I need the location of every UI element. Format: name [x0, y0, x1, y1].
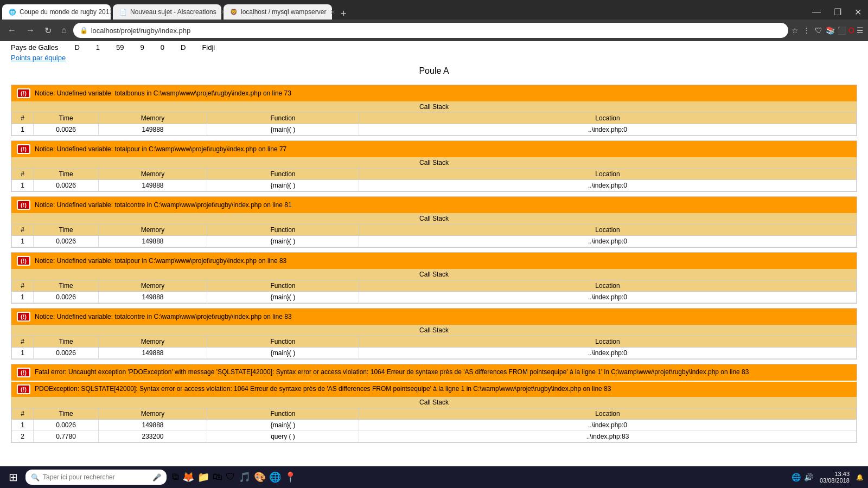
- error-header-1: (!) Notice: Undefined variable: totalbon…: [11, 85, 857, 101]
- task-view-icon[interactable]: ⧉: [172, 471, 179, 483]
- clock-time: 13:43: [820, 471, 850, 477]
- col-hash: #: [12, 169, 34, 180]
- reload-button[interactable]: ↻: [41, 24, 55, 37]
- bookmarks-button[interactable]: ☆: [792, 26, 799, 35]
- tab-bar: 🌐 Coupe du monde de rugby 2011 ✕ 📄 Nouve…: [0, 0, 868, 20]
- network-icon: 🌐: [792, 473, 801, 481]
- col-location: Location: [359, 224, 857, 236]
- clock: 13:43 03/08/2018: [820, 471, 850, 484]
- col-function: Function: [207, 336, 359, 348]
- row-time: 0.0026: [34, 420, 99, 431]
- address-box[interactable]: 🔒 localhost/projet/rugby/index.php: [73, 23, 788, 38]
- taskbar: ⊞ 🔍 🎤 ⧉ 🦊 📁 🛍 🛡 🎵 🎨 🌐 📍 🌐 🔊 13:43 03/08/…: [0, 466, 868, 488]
- col-memory: Memory: [99, 408, 207, 420]
- search-input[interactable]: [43, 473, 149, 481]
- col-memory: Memory: [99, 169, 207, 180]
- callstack-header-5: Call Stack: [11, 325, 857, 336]
- callstack-header-2: Call Stack: [11, 157, 857, 168]
- tab-close-3[interactable]: ✕: [330, 9, 335, 16]
- row-num: 2: [12, 431, 34, 442]
- new-tab-button[interactable]: +: [336, 8, 351, 20]
- col-location: Location: [359, 169, 857, 180]
- bookmarks-library[interactable]: 📚: [826, 26, 835, 35]
- n9-label: 9: [141, 43, 144, 52]
- clock-date: 03/08/2018: [820, 477, 850, 484]
- close-button[interactable]: ✕: [848, 4, 868, 20]
- table-row: 1 0.0026 149888 {main}( ) ..\index.php:0: [12, 180, 857, 191]
- table-row: 2 0.7780 233200 query ( ) ..\index.php:8…: [12, 431, 857, 442]
- col-memory: Memory: [99, 336, 207, 348]
- table-row: 1 0.0026 149888 {main}( ) ..\index.php:0: [12, 348, 857, 359]
- col-function: Function: [207, 280, 359, 292]
- notification-icon[interactable]: 🔔: [856, 474, 864, 481]
- d1-label: D: [74, 43, 79, 52]
- error-block-1: (!) Notice: Undefined variable: totalbon…: [11, 85, 857, 136]
- file-manager-icon[interactable]: 📁: [197, 471, 209, 483]
- row-memory: 149888: [99, 420, 207, 431]
- row-location: ..\index.php:0: [359, 180, 857, 191]
- row-num: 1: [12, 348, 34, 359]
- start-button[interactable]: ⊞: [4, 470, 22, 485]
- hamburger-menu[interactable]: ☰: [857, 26, 864, 35]
- minimize-button[interactable]: —: [806, 4, 827, 20]
- row-memory: 149888: [99, 348, 207, 359]
- tab-mysql[interactable]: 🦁 localhost / mysql wampserver ✕: [224, 4, 332, 20]
- tab-alsacreations[interactable]: 📄 Nouveau sujet - Alsacreations ✕: [113, 4, 221, 20]
- error-icon-1: (!): [17, 88, 30, 98]
- maps-icon[interactable]: 📍: [284, 471, 296, 483]
- shield-button[interactable]: 🛡: [815, 26, 822, 35]
- d2-label: D: [181, 43, 186, 52]
- fatal-icon-1: (!): [17, 368, 30, 377]
- home-button[interactable]: ⌂: [58, 24, 70, 36]
- search-icon: 🔍: [31, 473, 40, 481]
- table-row: 1 0.0026 149888 {main}( ) ..\index.php:0: [12, 420, 857, 431]
- fatal-main-msg: Fatal error: Uncaught exception 'PDOExce…: [35, 368, 749, 377]
- paint-icon[interactable]: 🎨: [254, 471, 266, 483]
- row-function: {main}( ): [207, 180, 359, 191]
- back-button[interactable]: ←: [4, 24, 20, 36]
- location-label: Fidji: [202, 43, 215, 52]
- menu-button[interactable]: ⋮: [803, 26, 810, 35]
- error-msg-4: Notice: Undefined variable: totalpour in…: [35, 257, 286, 265]
- country-label: Pays de Galles: [11, 43, 58, 52]
- store-icon[interactable]: 🛍: [213, 471, 222, 483]
- media-icon[interactable]: 🎵: [239, 471, 251, 483]
- forward-button[interactable]: →: [23, 24, 38, 36]
- col-function: Function: [207, 169, 359, 180]
- points-equipe-link[interactable]: Points par équipe: [11, 54, 66, 62]
- row-memory: 233200: [99, 431, 207, 442]
- fatal-error-block: (!) Fatal error: Uncaught exception 'PDO…: [11, 364, 857, 443]
- fatal-icon-2: (!): [17, 384, 30, 394]
- sync-button[interactable]: ⬛: [837, 26, 846, 35]
- callstack-header-4: Call Stack: [11, 269, 857, 280]
- fatal-sub-header: (!) PDOException: SQLSTATE[42000]: Synta…: [11, 382, 857, 397]
- row-function: {main}( ): [207, 292, 359, 303]
- table-row: 1 0.0026 149888 {main}( ) ..\index.php:0: [12, 124, 857, 136]
- row-time: 0.0026: [34, 124, 99, 136]
- error-header-4: (!) Notice: Undefined variable: totalpou…: [11, 253, 857, 269]
- error-block-2: (!) Notice: Undefined variable: totalpou…: [11, 140, 857, 192]
- error-table-2: # Time Memory Function Location 1 0.0026…: [11, 168, 857, 191]
- error-table-5: # Time Memory Function Location 1 0.0026…: [11, 336, 857, 359]
- col-function: Function: [207, 224, 359, 236]
- table-row: 1 0.0026 149888 {main}( ) ..\index.php:0: [12, 236, 857, 247]
- row-location: ..\index.php:0: [359, 292, 857, 303]
- col-function: Function: [207, 408, 359, 420]
- mic-icon: 🎤: [152, 473, 161, 481]
- maximize-button[interactable]: ❐: [827, 4, 848, 20]
- row-location: ..\index.php:0: [359, 236, 857, 247]
- search-bar[interactable]: 🔍 🎤: [25, 470, 167, 485]
- col-memory: Memory: [99, 280, 207, 292]
- row-function: {main}( ): [207, 420, 359, 431]
- firefox-icon[interactable]: 🦊: [182, 471, 194, 483]
- row-time: 0.7780: [34, 431, 99, 442]
- systray: 🌐 🔊: [792, 473, 813, 481]
- security-icon[interactable]: 🛡: [226, 471, 235, 483]
- browser2-icon[interactable]: 🌐: [269, 471, 281, 483]
- col-location: Location: [359, 408, 857, 420]
- opera-icon[interactable]: O: [848, 26, 854, 35]
- browser-chrome: 🌐 Coupe du monde de rugby 2011 ✕ 📄 Nouve…: [0, 0, 868, 41]
- tab-coupe-monde[interactable]: 🌐 Coupe du monde de rugby 2011 ✕: [2, 4, 111, 20]
- n0-label: 0: [161, 43, 164, 52]
- row-memory: 149888: [99, 292, 207, 303]
